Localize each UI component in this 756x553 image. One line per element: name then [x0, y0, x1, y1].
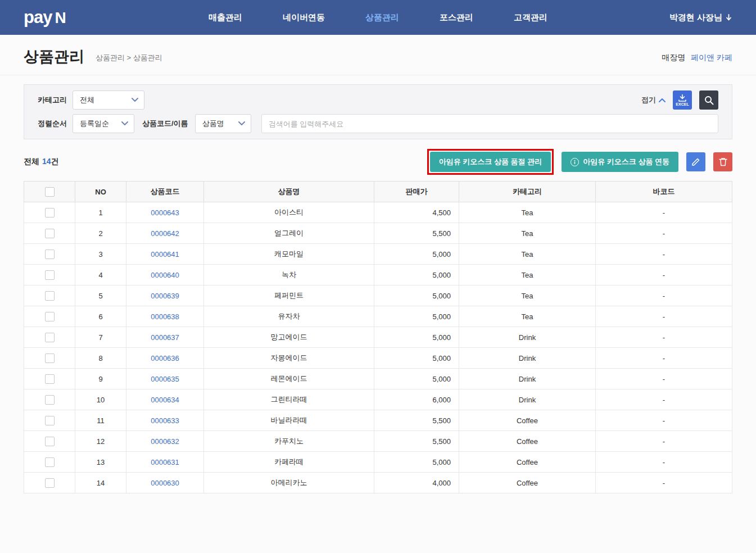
cell-category: Drink	[459, 327, 596, 348]
nav-item-naver[interactable]: 네이버연동	[283, 12, 325, 23]
cell-barcode: -	[596, 369, 732, 389]
cell-product-code-link[interactable]: 0000632	[126, 431, 204, 452]
chevron-down-icon	[238, 121, 245, 126]
product-table-container: NO 상품코드 상품명 판매가 카테고리 바코드 1 0000643 아이스티 …	[24, 181, 732, 493]
sort-select[interactable]: 등록일순	[73, 114, 134, 133]
cell-checkbox	[24, 223, 75, 244]
kiosk-product-sync-button[interactable]: 아임유 키오스크 상품 연동	[562, 152, 678, 172]
cell-product-code-link[interactable]: 0000638	[126, 306, 204, 327]
cell-product-code-link[interactable]: 0000631	[126, 452, 204, 473]
table-body: 1 0000643 아이스티 4,500 Tea - 2 0000642 얼그레…	[24, 202, 732, 493]
chevron-down-icon	[121, 121, 128, 126]
search-input[interactable]	[261, 114, 718, 133]
store-name-link[interactable]: 페이앤 카페	[691, 53, 732, 62]
cell-price: 4,500	[374, 202, 459, 223]
cell-barcode: -	[596, 452, 732, 473]
row-checkbox[interactable]	[45, 270, 55, 280]
cell-category: Coffee	[459, 452, 596, 473]
cell-product-name: 자몽에이드	[204, 348, 374, 369]
cell-product-name: 캐모마일	[204, 244, 374, 265]
page-title: 상품관리	[24, 49, 84, 65]
col-header-product-name: 상품명	[204, 182, 374, 202]
cell-product-code-link[interactable]: 0000639	[126, 285, 204, 306]
total-label: 전체	[24, 157, 39, 166]
nav-item-customers[interactable]: 고객관리	[514, 12, 547, 23]
row-checkbox[interactable]	[45, 437, 55, 446]
row-checkbox[interactable]	[45, 353, 55, 363]
collapse-label: 접기	[641, 95, 656, 105]
row-checkbox[interactable]	[45, 333, 55, 342]
row-checkbox[interactable]	[45, 250, 55, 259]
delete-button[interactable]	[713, 152, 732, 171]
row-checkbox[interactable]	[45, 312, 55, 321]
cell-product-name: 얼그레이	[204, 223, 374, 244]
cell-category: Drink	[459, 389, 596, 410]
cell-checkbox	[24, 285, 75, 306]
filter-panel: 카테고리 전체 접기 EXCEL	[24, 84, 732, 139]
sync-button-label: 아임유 키오스크 상품 연동	[583, 157, 669, 167]
cell-no: 10	[75, 389, 126, 410]
row-checkbox[interactable]	[45, 395, 55, 405]
cell-barcode: -	[596, 410, 732, 431]
cell-category: Tea	[459, 223, 596, 244]
total-count-suffix: 건	[51, 157, 59, 166]
cell-product-code-link[interactable]: 0000635	[126, 369, 204, 389]
cell-barcode: -	[596, 223, 732, 244]
cell-product-code-link[interactable]: 0000634	[126, 389, 204, 410]
store-info: 매장명 페이앤 카페	[662, 53, 732, 65]
table-row: 5 0000639 페퍼민트 5,000 Tea -	[24, 285, 732, 306]
table-row: 14 0000630 아메리카노 4,000 Coffee -	[24, 473, 732, 493]
table-row: 13 0000631 카페라떼 5,000 Coffee -	[24, 452, 732, 473]
row-checkbox[interactable]	[45, 229, 55, 238]
brand-logo[interactable]: pay N	[24, 7, 66, 28]
cell-no: 2	[75, 223, 126, 244]
row-checkbox[interactable]	[45, 416, 55, 425]
cell-no: 11	[75, 410, 126, 431]
excel-download-button[interactable]: EXCEL	[673, 90, 692, 110]
cell-product-code-link[interactable]: 0000633	[126, 410, 204, 431]
chevron-up-icon	[659, 98, 666, 102]
category-select[interactable]: 전체	[73, 90, 144, 110]
cell-product-code-link[interactable]: 0000641	[126, 244, 204, 265]
table-row: 12 0000632 카푸치노 5,500 Coffee -	[24, 431, 732, 452]
kiosk-soldout-manage-button[interactable]: 아임유 키오스크 상품 품절 관리	[430, 152, 551, 172]
cell-checkbox	[24, 473, 75, 493]
cell-product-code-link[interactable]: 0000643	[126, 202, 204, 223]
row-checkbox[interactable]	[45, 478, 55, 488]
cell-product-code-link[interactable]: 0000637	[126, 327, 204, 348]
row-checkbox[interactable]	[45, 457, 55, 467]
page-header: 상품관리 상품관리 > 상품관리 매장명 페이앤 카페	[0, 35, 756, 75]
row-checkbox[interactable]	[45, 208, 55, 217]
filter-row-category: 카테고리 전체 접기 EXCEL	[38, 89, 718, 111]
cell-checkbox	[24, 265, 75, 285]
category-label: 카테고리	[38, 95, 73, 105]
cell-product-code-link[interactable]: 0000630	[126, 473, 204, 493]
table-row: 11 0000633 바닐라라떼 5,500 Coffee -	[24, 410, 732, 431]
cell-product-name: 카페라떼	[204, 452, 374, 473]
cell-barcode: -	[596, 202, 732, 223]
search-type-select[interactable]: 상품명	[195, 114, 251, 133]
cell-product-name: 페퍼민트	[204, 285, 374, 306]
search-button[interactable]	[699, 90, 718, 110]
nav-item-pos[interactable]: 포스관리	[440, 12, 473, 23]
pencil-icon	[691, 157, 700, 166]
nav-item-sales[interactable]: 매출관리	[209, 12, 242, 23]
table-row: 9 0000635 레몬에이드 5,000 Drink -	[24, 369, 732, 389]
select-all-checkbox[interactable]	[45, 187, 55, 197]
caret-down-icon	[725, 14, 732, 21]
table-header-row: NO 상품코드 상품명 판매가 카테고리 바코드	[24, 182, 732, 202]
cell-product-name: 아이스티	[204, 202, 374, 223]
cell-product-code-link[interactable]: 0000636	[126, 348, 204, 369]
cell-product-code-link[interactable]: 0000640	[126, 265, 204, 285]
cell-price: 5,000	[374, 327, 459, 348]
collapse-toggle[interactable]: 접기	[641, 95, 666, 105]
cell-product-code-link[interactable]: 0000642	[126, 223, 204, 244]
cell-checkbox	[24, 244, 75, 265]
user-menu[interactable]: 박경현 사장님	[669, 12, 732, 23]
cell-no: 4	[75, 265, 126, 285]
row-checkbox[interactable]	[45, 374, 55, 384]
row-checkbox[interactable]	[45, 291, 55, 301]
edit-button[interactable]	[686, 152, 705, 171]
nav-item-products[interactable]: 상품관리	[365, 12, 399, 23]
cell-no: 14	[75, 473, 126, 493]
